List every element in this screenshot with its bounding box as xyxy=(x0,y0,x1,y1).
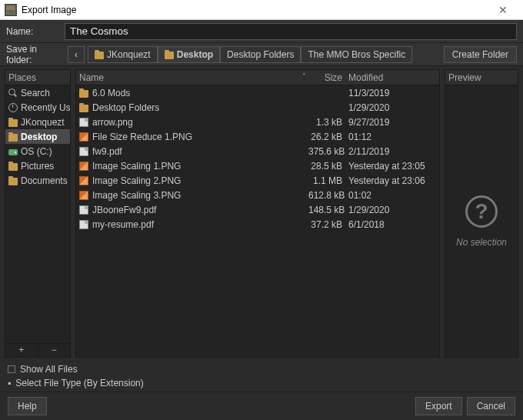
file-row[interactable]: Image Scaling 3.PNG612.8 kB01:02 xyxy=(76,188,439,202)
file-modified: 01:02 xyxy=(348,190,436,201)
file-row[interactable]: fw9.pdf375.6 kB2/11/2019 xyxy=(76,144,439,158)
file-name: fw9.pdf xyxy=(92,146,122,157)
file-row[interactable]: JBooneFw9.pdf148.5 kB1/29/2020 xyxy=(76,202,439,217)
col-size-header[interactable]: Size xyxy=(308,72,348,83)
folder-icon xyxy=(8,178,18,185)
filename-input[interactable] xyxy=(65,23,517,40)
file-name: Image Scaling 2.PNG xyxy=(92,175,181,186)
save-in-folder-label: Save in folder: xyxy=(6,44,65,65)
file-row[interactable]: Image Scaling 2.PNG1.1 MBYesterday at 23… xyxy=(76,173,439,188)
places-item-os-c-[interactable]: OS (C:) xyxy=(5,144,70,158)
places-item-jkonquezt[interactable]: JKonquezt xyxy=(5,115,70,129)
export-button[interactable]: Export xyxy=(415,397,462,415)
folder-icon xyxy=(8,163,18,171)
files-header: Name ˆ Size Modified xyxy=(76,70,439,85)
select-file-type-label: Select File Type (By Extension) xyxy=(15,378,144,388)
search-icon xyxy=(8,88,18,98)
doc-icon xyxy=(79,118,88,127)
file-modified: 1/29/2020 xyxy=(348,102,436,113)
doc-icon xyxy=(79,220,88,229)
file-modified: 2/11/2019 xyxy=(348,146,436,157)
file-row[interactable]: Desktop Folders1/29/2020 xyxy=(76,100,439,115)
places-item-pictures[interactable]: Pictures xyxy=(5,158,70,173)
titlebar: Export Image ✕ xyxy=(0,0,523,20)
file-row[interactable]: File Size Reduce 1.PNG26.2 kB01:12 xyxy=(76,129,439,144)
file-name: Image Scaling 3.PNG xyxy=(92,190,181,201)
file-name: my-resume.pdf xyxy=(92,219,154,230)
places-item-search[interactable]: Search xyxy=(5,85,70,100)
close-button[interactable]: ✕ xyxy=(488,4,518,16)
file-modified: 6/1/2018 xyxy=(348,219,436,230)
footer: Help Export Cancel xyxy=(0,392,523,420)
folder-icon xyxy=(95,52,104,59)
path-segment-1[interactable]: Desktop xyxy=(158,46,220,63)
help-button[interactable]: Help xyxy=(8,397,47,415)
create-folder-button[interactable]: Create Folder xyxy=(444,46,517,63)
places-add-button[interactable]: + xyxy=(5,344,38,357)
file-modified: 1/29/2020 xyxy=(348,205,436,215)
places-header[interactable]: Places xyxy=(5,70,70,85)
select-file-type-expander[interactable]: ▪ Select File Type (By Extension) xyxy=(8,378,515,388)
places-remove-button[interactable]: − xyxy=(38,344,71,357)
col-modified-header[interactable]: Modified xyxy=(348,72,436,83)
window-title: Export Image xyxy=(22,5,488,15)
main-area: Places SearchRecently Us…JKonqueztDeskto… xyxy=(0,66,523,361)
path-segment-0[interactable]: JKonquezt xyxy=(88,46,158,63)
folder-icon xyxy=(79,105,88,112)
doc-icon xyxy=(79,147,88,156)
sort-indicator-icon: ˆ xyxy=(303,73,305,82)
file-name: File Size Reduce 1.PNG xyxy=(92,132,192,142)
places-item-recently-us-[interactable]: Recently Us… xyxy=(5,100,70,115)
file-name: Image Scaling 1.PNG xyxy=(92,161,181,172)
file-row[interactable]: 6.0 Mods11/3/2019 xyxy=(76,85,439,100)
folder-icon xyxy=(8,119,18,127)
preview-no-selection-label: No selection xyxy=(456,237,507,248)
places-item-label: Search xyxy=(21,88,50,98)
file-modified: 9/27/2019 xyxy=(348,117,436,128)
file-name: 6.0 Mods xyxy=(92,88,130,98)
folder-icon xyxy=(8,134,18,142)
file-modified: Yesterday at 23:05 xyxy=(348,161,436,172)
show-all-files-checkbox[interactable] xyxy=(8,365,15,373)
expander-icon: ▪ xyxy=(8,378,11,388)
path-back-button[interactable]: ‹ xyxy=(68,46,85,63)
places-item-label: Documents xyxy=(21,175,68,186)
drive-icon xyxy=(8,149,18,155)
files-panel: Name ˆ Size Modified 6.0 Mods11/3/2019De… xyxy=(75,69,440,358)
name-row: Name: xyxy=(0,20,523,43)
path-segment-2[interactable]: Desktop Folders xyxy=(220,46,301,63)
col-name-header[interactable]: Name xyxy=(79,72,104,83)
doc-icon xyxy=(79,205,88,215)
file-modified: 01:12 xyxy=(348,132,436,142)
file-size: 37.2 kB xyxy=(308,219,348,230)
show-all-files-label: Show All Files xyxy=(20,364,78,375)
file-size: 612.8 kB xyxy=(308,190,348,201)
file-size: 26.2 kB xyxy=(308,132,348,142)
img-icon xyxy=(79,132,88,142)
file-name: arrow.png xyxy=(92,117,133,128)
path-segment-3[interactable]: The MMO Bros Specific xyxy=(301,46,412,63)
svg-rect-2 xyxy=(7,10,15,14)
path-segment-label: JKonquezt xyxy=(107,49,151,60)
places-item-label: OS (C:) xyxy=(21,146,52,157)
file-size: 148.5 kB xyxy=(308,205,348,215)
folder-row: Save in folder: ‹ JKonqueztDesktopDeskto… xyxy=(0,43,523,66)
file-name: JBooneFw9.pdf xyxy=(92,205,156,215)
cancel-button[interactable]: Cancel xyxy=(467,397,515,415)
file-modified: 11/3/2019 xyxy=(348,88,436,98)
options-area: Show All Files ▪ Select File Type (By Ex… xyxy=(0,361,523,392)
file-size: 28.5 kB xyxy=(308,161,348,172)
places-item-label: Pictures xyxy=(21,161,54,172)
places-footer: + − xyxy=(5,343,70,357)
path-segment-label: Desktop xyxy=(177,49,213,60)
places-panel: Places SearchRecently Us…JKonqueztDeskto… xyxy=(5,69,71,358)
file-row[interactable]: Image Scaling 1.PNG28.5 kBYesterday at 2… xyxy=(76,158,439,173)
img-icon xyxy=(79,176,88,185)
img-icon xyxy=(79,162,88,171)
file-row[interactable]: my-resume.pdf37.2 kB6/1/2018 xyxy=(76,217,439,232)
app-icon xyxy=(5,4,17,16)
places-item-label: Recently Us… xyxy=(21,102,70,113)
places-item-desktop[interactable]: Desktop xyxy=(5,129,70,144)
file-row[interactable]: arrow.png1.3 kB9/27/2019 xyxy=(76,115,439,129)
places-item-documents[interactable]: Documents xyxy=(5,173,70,188)
